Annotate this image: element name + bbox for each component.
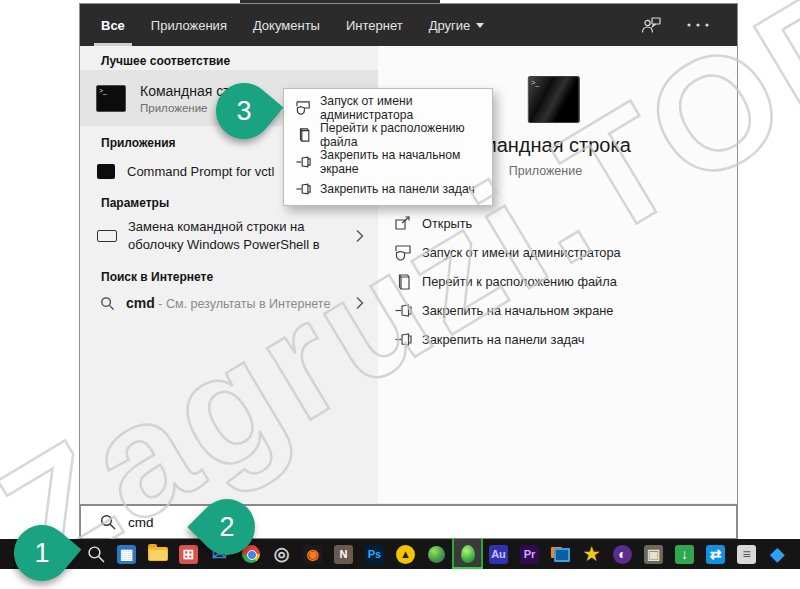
- feedback-icon[interactable]: [641, 17, 661, 34]
- action-pin-to-start[interactable]: Закрепить на начальном экране: [394, 296, 731, 325]
- preview-actions: Открыть Запуск от имени администратора: [394, 209, 731, 354]
- action-label: Закрепить на начальном экране: [422, 303, 614, 318]
- open-icon: [394, 216, 412, 231]
- taskbar-icon-yellow-app[interactable]: ▲: [390, 539, 421, 569]
- section-settings: Параметры: [101, 196, 169, 210]
- vscode-icon: ◆: [768, 545, 787, 564]
- context-menu-run-as-admin[interactable]: Запуск от имени администратора: [284, 94, 492, 121]
- taskbar-icon-star-app[interactable]: ★: [576, 539, 607, 569]
- callout-number: 3: [216, 83, 272, 139]
- web-search-label: cmd - См. результаты в Интернете: [126, 294, 330, 312]
- tab-more[interactable]: Другие: [429, 4, 485, 46]
- tab-label: Документы: [253, 18, 320, 33]
- recorder-target-icon: ◉: [303, 545, 322, 564]
- web-search-suffix: - См. результаты в Интернете: [155, 297, 331, 311]
- callout-number: 2: [199, 499, 255, 555]
- action-pin-to-taskbar[interactable]: Закрепить на панели задач: [394, 325, 731, 354]
- web-search-query: cmd: [126, 295, 155, 311]
- taskbar-icon-teamviewer[interactable]: ⇄: [700, 539, 731, 569]
- file-location-icon: [394, 274, 412, 290]
- file-explorer-icon: [148, 547, 168, 561]
- pin-icon: [394, 304, 412, 317]
- file-location-icon: [295, 128, 312, 142]
- search-icon: [87, 545, 105, 563]
- taskbar-icon-notes-doc[interactable]: ≡: [731, 539, 762, 569]
- section-web-search: Поиск в Интернете: [101, 270, 213, 284]
- search-box: [80, 504, 737, 539]
- callout-number: 1: [14, 525, 70, 581]
- result-label: Command Prompt for vctl: [127, 164, 274, 179]
- taskbar-icon-calculator[interactable]: ▦: [111, 539, 142, 569]
- green-egg-icon: [461, 545, 475, 563]
- taskbar-icon-photoshop[interactable]: Ps: [359, 539, 390, 569]
- tab-web[interactable]: Интернет: [346, 4, 403, 46]
- context-menu-item-label: Перейти к расположению файла: [320, 121, 492, 149]
- taskbar-icon-obs[interactable]: ◎: [266, 539, 297, 569]
- n-app-icon: N: [334, 545, 353, 564]
- terminal-icon-large: >_: [527, 76, 579, 123]
- callout-2: 2: [187, 487, 266, 566]
- search-icon: [100, 514, 116, 530]
- taskbar-search-button[interactable]: [80, 539, 111, 569]
- context-menu-pin-to-start[interactable]: Закрепить на начальном экране: [284, 148, 492, 175]
- taskbar-icon-download-manager[interactable]: ↓: [669, 539, 700, 569]
- search-header: Все Приложения Документы Интернет Другие: [80, 4, 737, 46]
- photoshop-icon: Ps: [365, 545, 384, 564]
- tab-label: Приложения: [151, 18, 227, 33]
- admin-shield-icon: [394, 245, 412, 261]
- taskbar-icon-file-explorer[interactable]: [142, 539, 173, 569]
- context-menu-pin-to-taskbar[interactable]: Закрепить на панели задач: [284, 175, 492, 202]
- result-powershell-setting[interactable]: Замена командной строки на оболочку Wind…: [80, 214, 378, 258]
- callout-1: 1: [3, 514, 82, 589]
- more-options-icon[interactable]: [687, 23, 709, 27]
- taskbar-icon-camera-app[interactable]: ▣: [638, 539, 669, 569]
- taskbar-icon-notepad-n[interactable]: N: [328, 539, 359, 569]
- context-menu-item-label: Закрепить на панели задач: [320, 182, 475, 196]
- search-tabs: Все Приложения Документы Интернет Другие: [80, 4, 484, 46]
- chevron-right-icon: [356, 297, 364, 310]
- download-icon: ↓: [675, 545, 694, 564]
- obs-icon: ◎: [272, 545, 291, 564]
- taskbar-icon-premiere[interactable]: Pr: [514, 539, 545, 569]
- result-web-search-cmd[interactable]: cmd - См. результаты в Интернете: [80, 289, 378, 317]
- pin-icon: [295, 183, 312, 195]
- action-run-as-admin[interactable]: Запуск от имени администратора: [394, 238, 731, 267]
- section-best-match: Лучшее соответствие: [101, 54, 230, 68]
- taskbar-icon-color-sphere[interactable]: [421, 539, 452, 569]
- tab-label: Интернет: [346, 18, 403, 33]
- purple-circle-icon: ◐: [613, 545, 632, 564]
- notes-doc-icon: ≡: [737, 545, 756, 564]
- taskbar-icon-purple-app[interactable]: ◐: [607, 539, 638, 569]
- chevron-right-icon: [356, 230, 364, 243]
- tab-all[interactable]: Все: [101, 4, 125, 46]
- premiere-icon: Pr: [520, 545, 539, 564]
- store-icon: ⊞: [179, 545, 198, 564]
- action-open[interactable]: Открыть: [394, 209, 731, 238]
- context-menu-item-label: Закрепить на начальном экране: [320, 148, 492, 176]
- admin-shield-icon: [295, 101, 312, 115]
- background-window-sliver: [240, 0, 440, 3]
- taskbar: ▦ ⊞ ✉ ◎ ◉ N Ps ▲ Au Pr ★ ◐ ▣ ↓ ⇄ ≡ ◆: [0, 539, 800, 569]
- taskbar-icon-active-app[interactable]: [452, 539, 483, 569]
- tab-documents[interactable]: Документы: [253, 4, 320, 46]
- search-flyout-window: Все Приложения Документы Интернет Другие: [79, 3, 738, 540]
- tab-apps[interactable]: Приложения: [151, 4, 227, 46]
- chevron-down-icon: [476, 23, 484, 28]
- pin-icon: [295, 156, 312, 168]
- header-actions: [641, 17, 737, 34]
- vmware-icon: [551, 547, 570, 562]
- context-menu-open-file-location[interactable]: Перейти к расположению файла: [284, 121, 492, 148]
- action-label: Закрепить на панели задач: [422, 332, 585, 347]
- taskbar-icon-recorder[interactable]: ◉: [297, 539, 328, 569]
- terminal-icon: [97, 164, 115, 179]
- callout-3: 3: [205, 72, 284, 151]
- action-label: Открыть: [422, 216, 472, 231]
- context-menu-item-label: Запуск от имени администратора: [320, 94, 492, 122]
- taskbar-icon-vscode[interactable]: ◆: [762, 539, 793, 569]
- camera-app-icon: ▣: [644, 545, 663, 564]
- terminal-icon: >_: [96, 85, 126, 112]
- action-open-file-location[interactable]: Перейти к расположению файла: [394, 267, 731, 296]
- taskbar-icon-vmware[interactable]: [545, 539, 576, 569]
- taskbar-icon-audition[interactable]: Au: [483, 539, 514, 569]
- search-input[interactable]: [128, 515, 428, 530]
